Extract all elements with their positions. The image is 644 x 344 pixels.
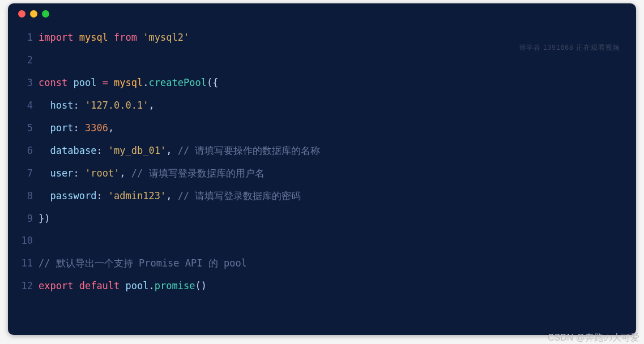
code-content: const pool = mysql.createPool({ [39, 72, 218, 94]
code-content: }) [39, 208, 50, 230]
code-content: port: 3306, [39, 117, 114, 140]
line-number: 10 [14, 230, 39, 252]
code-content: import mysql from 'mysql2' [39, 27, 189, 49]
code-block: 1 import mysql from 'mysql2' 2 3 const p… [8, 27, 636, 298]
maximize-icon[interactable] [42, 10, 49, 18]
code-content: export default pool.promise() [39, 275, 207, 298]
code-content: host: '127.0.0.1', [39, 94, 155, 117]
code-content: // 默认导出一个支持 Promise API 的 pool [39, 252, 247, 275]
line-number: 8 [14, 185, 39, 208]
line-number: 12 [14, 275, 39, 298]
close-icon[interactable] [18, 10, 25, 18]
code-line-12: 12 export default pool.promise() [14, 275, 636, 298]
line-number: 4 [14, 94, 39, 117]
line-number: 7 [14, 162, 39, 185]
code-line-9: 9 }) [14, 208, 636, 230]
code-line-5: 5 port: 3306, [14, 117, 636, 140]
line-number: 6 [14, 140, 39, 162]
code-line-6: 6 database: 'my_db_01', // 请填写要操作的数据库的名称 [14, 140, 636, 162]
line-number: 3 [14, 72, 39, 94]
code-content: database: 'my_db_01', // 请填写要操作的数据库的名称 [39, 140, 320, 162]
line-number: 1 [14, 27, 39, 49]
line-number: 5 [14, 117, 39, 140]
line-number: 11 [14, 252, 39, 275]
code-content: user: 'root', // 请填写登录数据库的用户名 [39, 162, 265, 185]
code-window: 博学谷 1391668 正在观看视频 1 import mysql from '… [8, 3, 636, 335]
code-line-10: 10 [14, 230, 636, 252]
traffic-lights [8, 10, 636, 18]
code-content: password: 'admin123', // 请填写登录数据库的密码 [39, 185, 301, 208]
csdn-credit: CSDN @奔跑の大可爱 [548, 332, 639, 344]
code-line-8: 8 password: 'admin123', // 请填写登录数据库的密码 [14, 185, 636, 208]
code-line-4: 4 host: '127.0.0.1', [14, 94, 636, 117]
code-line-3: 3 const pool = mysql.createPool({ [14, 72, 636, 94]
minimize-icon[interactable] [30, 10, 37, 18]
code-line-7: 7 user: 'root', // 请填写登录数据库的用户名 [14, 162, 636, 185]
video-watermark: 博学谷 1391668 正在观看视频 [519, 43, 620, 53]
line-number: 9 [14, 208, 39, 230]
line-number: 2 [14, 49, 39, 72]
code-line-11: 11 // 默认导出一个支持 Promise API 的 pool [14, 252, 636, 275]
